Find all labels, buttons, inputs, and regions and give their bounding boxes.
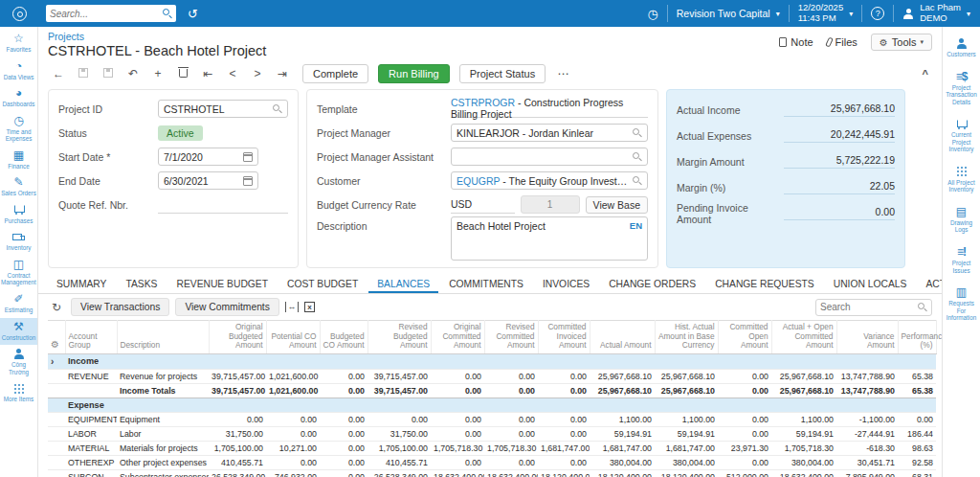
- calendar-icon[interactable]: [243, 152, 253, 162]
- complete-button[interactable]: Complete: [302, 64, 368, 83]
- export-excel-icon[interactable]: x: [304, 302, 315, 312]
- project-status-button[interactable]: Project Status: [459, 64, 546, 83]
- col-committed-invoiced[interactable]: Committed Invoiced Amount: [538, 321, 590, 354]
- sidebar-item-sales-orders[interactable]: ✎Sales Orders: [0, 173, 37, 201]
- chevron-down-icon[interactable]: ▾: [967, 10, 970, 18]
- calendar-icon[interactable]: [243, 176, 253, 186]
- table-row-labor[interactable]: LABOR Labor 31,750.00 0.00 0.00 31,750.0…: [48, 426, 936, 441]
- col-budgeted-co[interactable]: Budgeted CO Amount: [320, 321, 368, 354]
- end-date-field[interactable]: 6/30/2021: [158, 171, 258, 190]
- lookup-icon[interactable]: [633, 152, 642, 162]
- run-billing-button[interactable]: Run Billing: [378, 64, 450, 83]
- sidebar-item-data-views[interactable]: ◔Data Views: [0, 57, 37, 85]
- app-logo[interactable]: [0, 7, 38, 21]
- table-row-subcon[interactable]: SUBCON Subcontractor expenses 26,528,349…: [48, 469, 936, 477]
- col-original-committed[interactable]: Original Committed Amount: [431, 321, 484, 354]
- col-potential-co[interactable]: Potential CO Amount: [266, 321, 320, 354]
- sidepanel-item-project-transaction-details[interactable]: ≡$Project Transaction Details: [943, 65, 980, 113]
- collapse-form-button[interactable]: ^: [923, 68, 928, 80]
- sidepanel-item-drawing-logs[interactable]: ▤Drawing Logs: [943, 200, 980, 240]
- go-last-button[interactable]: ⇥: [272, 67, 293, 80]
- quote-ref-field[interactable]: [158, 195, 288, 214]
- col-account-group[interactable]: Account Group: [65, 321, 117, 354]
- tab-summary[interactable]: SUMMARY: [48, 276, 115, 293]
- sidebar-item-dashboards[interactable]: ◕Dashboards: [0, 84, 37, 112]
- datetime[interactable]: 12/20/2025 11:43 PM: [798, 3, 844, 24]
- sidebar-item-more-items[interactable]: More Items: [0, 379, 37, 407]
- sidepanel-item-all-project-inventory[interactable]: All Project Inventory: [943, 160, 980, 200]
- lookup-icon[interactable]: [273, 104, 282, 114]
- sidepanel-item-requests-for-information[interactable]: ▥Requests For Information: [943, 281, 980, 329]
- tab-activities[interactable]: ACTIVITIES: [917, 276, 942, 293]
- grid-settings-header[interactable]: ⚙: [48, 321, 65, 354]
- save-close-button[interactable]: [73, 67, 94, 80]
- sidebar-item-inventory[interactable]: Inventory: [0, 228, 37, 256]
- global-search[interactable]: [46, 5, 176, 22]
- stopwatch-icon[interactable]: ◷: [647, 8, 657, 20]
- sidepanel-item-customers[interactable]: Customers: [943, 32, 980, 65]
- grid-search-input[interactable]: [820, 302, 918, 312]
- col-hist-actual[interactable]: Hist. Actual Amount in Base Currency: [655, 321, 718, 354]
- sidebar-item-time-expenses[interactable]: ◷Time and Expenses: [0, 112, 37, 147]
- sidebar-item-finance[interactable]: ▦Finance: [0, 147, 37, 174]
- table-row-material[interactable]: MATERIAL Materials for projects 1,705,10…: [48, 441, 936, 455]
- tab-tasks[interactable]: TASKS: [117, 276, 166, 293]
- sidepanel-item-current-project-inventory[interactable]: Current Project Inventory: [943, 112, 980, 160]
- tab-union-locals[interactable]: UNION LOCALS: [825, 276, 916, 293]
- lookup-icon[interactable]: [633, 128, 642, 138]
- group-row-expense[interactable]: Expense: [48, 398, 936, 412]
- sidebar-item-estimating[interactable]: ✐Estimating: [0, 290, 37, 318]
- view-commitments-button[interactable]: View Commitments: [175, 298, 279, 316]
- expand-icon[interactable]: ›: [51, 356, 54, 367]
- description-field[interactable]: Beach Hotel ProjectEN: [451, 216, 648, 261]
- cancel-button[interactable]: ↶: [122, 67, 144, 80]
- group-row-income[interactable]: › Income: [48, 353, 936, 369]
- go-first-button[interactable]: ⇤: [197, 67, 218, 80]
- table-row-otherexp[interactable]: OTHEREXP Other project expenses 410,455.…: [48, 455, 936, 469]
- view-transactions-button[interactable]: View Transactions: [71, 298, 169, 316]
- table-row-revenue[interactable]: REVENUE Revenue for projects 39,715,457.…: [48, 369, 936, 383]
- tools-button[interactable]: ⚙Tools▾: [871, 34, 932, 51]
- tab-balances[interactable]: BALANCES: [368, 276, 438, 293]
- go-previous-button[interactable]: <: [222, 67, 243, 80]
- sidebar-item-construction[interactable]: ⚒Construction: [0, 318, 37, 346]
- sidebar-item-cong-truong[interactable]: Công Trường: [0, 345, 37, 379]
- business-date-icon[interactable]: ↺: [188, 8, 198, 20]
- more-actions-button[interactable]: ⋯: [557, 67, 569, 80]
- currency-field[interactable]: USD: [451, 195, 515, 214]
- files-button[interactable]: Files: [827, 36, 858, 48]
- template-link[interactable]: CSTRPROGR: [451, 97, 515, 108]
- grid-search[interactable]: [815, 299, 932, 316]
- col-revised-committed[interactable]: Revised Committed Amount: [484, 321, 538, 354]
- chevron-down-icon[interactable]: ▾: [849, 10, 853, 18]
- description-textarea[interactable]: Beach Hotel Project: [452, 217, 647, 260]
- user-info[interactable]: Lac Pham DEMO: [920, 3, 961, 24]
- tab-change-orders[interactable]: CHANGE ORDERS: [600, 276, 704, 293]
- template-field[interactable]: CSTRPROGR - Construction Progress Billin…: [451, 100, 648, 118]
- project-manager-assistant-field[interactable]: [451, 148, 648, 166]
- col-variance[interactable]: Variance Amount: [836, 321, 898, 354]
- refresh-icon[interactable]: ↻: [48, 301, 65, 314]
- view-base-button[interactable]: View Base: [586, 196, 648, 214]
- customer-link[interactable]: EQUGRP: [457, 175, 500, 187]
- chevron-down-icon[interactable]: ▾: [776, 10, 780, 18]
- back-button[interactable]: ←: [48, 67, 69, 80]
- tab-commitments[interactable]: COMMITMENTS: [440, 276, 532, 293]
- add-new-button[interactable]: +: [147, 67, 168, 80]
- col-original-budgeted[interactable]: Original Budgeted Amount: [209, 321, 266, 354]
- customer-field[interactable]: EQUGRP - The Equity Group Investors / Nh…: [451, 171, 648, 190]
- start-date-field[interactable]: 7/1/2020: [158, 148, 258, 166]
- col-performance[interactable]: Performance (%): [898, 321, 936, 354]
- tab-cost-budget[interactable]: COST BUDGET: [278, 276, 367, 293]
- fit-width-icon[interactable]: ↔: [285, 302, 299, 312]
- tab-revenue-budget[interactable]: REVENUE BUDGET: [167, 276, 277, 293]
- delete-button[interactable]: [172, 67, 193, 80]
- table-row-equipment[interactable]: EQUIPMENT Equipment 0.00 0.00 0.00 0.00 …: [48, 412, 936, 426]
- col-actual-open-committed[interactable]: Actual + Open Committed Amount: [771, 321, 836, 354]
- sidepanel-item-project-issues[interactable]: ≡!Project Issues: [943, 240, 980, 281]
- language-badge[interactable]: EN: [630, 220, 642, 231]
- lookup-icon[interactable]: [633, 176, 642, 186]
- note-button[interactable]: Note: [779, 36, 813, 48]
- tab-change-requests[interactable]: CHANGE REQUESTS: [706, 276, 823, 293]
- project-manager-field[interactable]: KINLEARJOR - Jordan Kinlear: [451, 124, 648, 142]
